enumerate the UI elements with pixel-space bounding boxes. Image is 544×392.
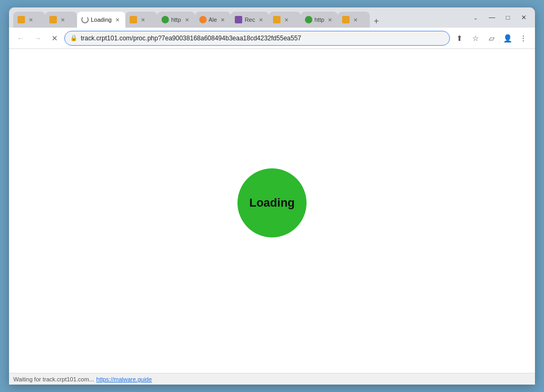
address-bar[interactable]: 🔒 track.crpt101.com/proc.php?7ea90038168… — [64, 31, 450, 46]
back-button[interactable]: ← — [13, 31, 28, 46]
menu-button[interactable]: ⋮ — [516, 31, 531, 46]
tab-favicon-5 — [162, 16, 169, 23]
tab-10[interactable]: ✕ — [338, 12, 370, 28]
tab-favicon-6 — [199, 16, 207, 23]
tab-close-1[interactable]: ✕ — [27, 16, 35, 23]
new-tab-button[interactable]: + — [370, 15, 382, 28]
close-button[interactable]: ✕ — [517, 11, 531, 24]
tab-close-7[interactable]: ✕ — [257, 16, 265, 23]
window-controls: — □ ✕ — [485, 11, 531, 24]
tab-favicon-1 — [18, 16, 25, 23]
browser-window: ✕ ✕ Loading ✕ ✕ http ✕ — [9, 7, 535, 385]
forward-button[interactable]: → — [30, 31, 45, 46]
loading-text: Loading — [249, 196, 295, 210]
tab-close-4[interactable]: ✕ — [139, 16, 147, 23]
tab-2[interactable]: ✕ — [45, 12, 77, 28]
title-bar: ✕ ✕ Loading ✕ ✕ http ✕ — [9, 7, 535, 28]
tab-4[interactable]: ✕ — [125, 12, 157, 28]
status-text: Waiting for track.crpt101.com... — [13, 376, 94, 382]
tabs-container: ✕ ✕ Loading ✕ ✕ http ✕ — [13, 7, 468, 28]
tab-loading-spinner — [81, 16, 89, 23]
tab-close-3[interactable]: ✕ — [114, 16, 121, 23]
tab-favicon-9 — [305, 16, 312, 23]
page-content: Loading — [9, 49, 535, 373]
tab-favicon-8 — [273, 16, 280, 23]
toolbar: ← → ✕ 🔒 track.crpt101.com/proc.php?7ea90… — [9, 28, 535, 49]
status-bar: Waiting for track.crpt101.com... https:/… — [9, 373, 535, 385]
tab-close-8[interactable]: ✕ — [283, 16, 290, 23]
tab-favicon-7 — [235, 16, 242, 23]
toolbar-actions: ⬆ ☆ ▱ 👤 ⋮ — [452, 31, 531, 46]
tab-close-10[interactable]: ✕ — [352, 16, 359, 23]
tab-close-5[interactable]: ✕ — [183, 16, 191, 23]
reload-button[interactable]: ✕ — [47, 31, 62, 46]
tab-8[interactable]: ✕ — [269, 12, 301, 28]
tab-label-3: Loading — [91, 16, 112, 23]
tab-3-active[interactable]: Loading ✕ — [77, 12, 125, 28]
sidebar-toggle-button[interactable]: ▱ — [484, 31, 499, 46]
bookmark-button[interactable]: ☆ — [468, 31, 483, 46]
url-display: track.crpt101.com/proc.php?7ea90038168a6… — [81, 35, 444, 42]
tab-favicon-10 — [342, 16, 350, 23]
share-button[interactable]: ⬆ — [452, 31, 467, 46]
tab-9[interactable]: http ✕ — [301, 12, 338, 28]
tab-1[interactable]: ✕ — [13, 12, 45, 28]
tab-label-7: Rec — [244, 16, 255, 23]
tab-close-9[interactable]: ✕ — [326, 16, 334, 23]
lock-icon: 🔒 — [70, 35, 78, 41]
tab-list-chevron[interactable]: ⌄ — [470, 12, 481, 23]
maximize-button[interactable]: □ — [501, 11, 515, 24]
tab-label-6: Ale — [209, 16, 217, 23]
tab-label-9: http — [314, 16, 324, 23]
tab-favicon-4 — [130, 16, 137, 23]
loading-circle: Loading — [237, 168, 307, 237]
tab-7[interactable]: Rec ✕ — [231, 12, 269, 28]
tab-close-2[interactable]: ✕ — [59, 16, 66, 23]
tab-favicon-2 — [49, 16, 57, 23]
status-link: https://malware.guide — [96, 376, 152, 382]
tab-close-6[interactable]: ✕ — [219, 16, 226, 23]
tab-6[interactable]: Ale ✕ — [195, 12, 231, 28]
tab-5[interactable]: http ✕ — [157, 12, 194, 28]
minimize-button[interactable]: — — [485, 11, 499, 24]
tab-label-5: http — [171, 16, 181, 23]
profile-button[interactable]: 👤 — [500, 31, 515, 46]
